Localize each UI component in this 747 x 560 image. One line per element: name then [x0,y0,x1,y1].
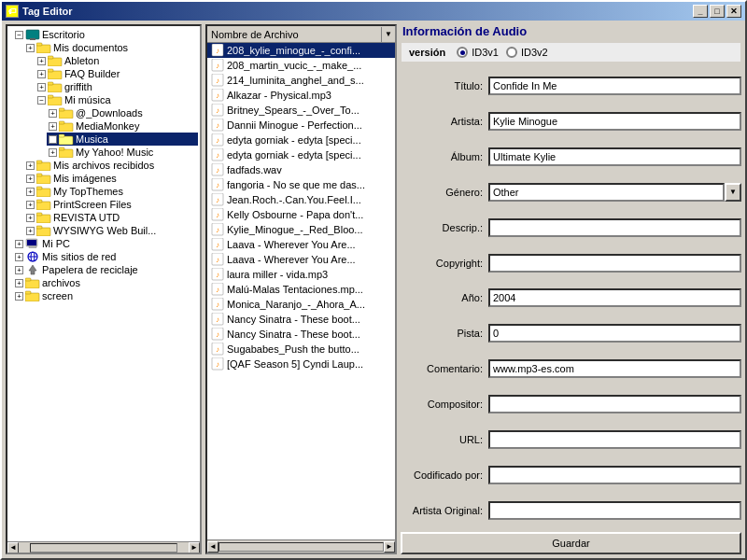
tree-item-escritorio[interactable]: − Escritorio [13,28,198,41]
file-item[interactable]: ♪ fadfads.wav [207,162,395,177]
tree-item-revista-utd[interactable]: + REVISTA UTD [24,211,198,224]
file-item[interactable]: ♪ Laava - Wherever You Are... [207,252,395,267]
id3v1-radio[interactable] [457,47,468,58]
file-item[interactable]: ♪ Jean.Roch.-.Can.You.Feel.I... [207,192,395,207]
tree-content[interactable]: − Escritorio+ Mis documentos+ Ableton+ F… [7,26,200,541]
tree-expander-mis-sitios[interactable]: + [15,253,23,261]
tree-item-mi-pc[interactable]: + Mi PC [13,237,198,250]
codificado-input[interactable] [488,466,741,484]
tree-expander-archivos[interactable]: + [15,279,23,287]
folder-icon-faq-builder [48,68,63,79]
tree-item-my-top-themes[interactable]: + My TopThemes [24,185,198,198]
tree-expander-musica[interactable]: + [49,135,57,144]
tree-expander-mis-documentos[interactable]: + [26,44,35,52]
tree-expander-revista-utd[interactable]: + [26,214,35,222]
file-item[interactable]: ♪ Monica_Naranjo_-_Ahora_A... [207,297,395,312]
svg-rect-24 [36,189,50,197]
tree-expander-ableton[interactable]: + [37,57,46,65]
tree-item-mediamonkey[interactable]: + MediaMonkey [47,119,198,133]
file-item[interactable]: ♪ laura miller - vida.mp3 [207,267,395,282]
tree-expander-printscreen[interactable]: + [26,201,35,209]
file-item[interactable]: ♪ Laava - Wherever You Are... [207,237,395,252]
tree-item-mis-imagenes[interactable]: + Mis imágenes [24,172,198,185]
copyright-input[interactable] [488,254,741,273]
tree-item-wysiwyg[interactable]: + WYSIWYG Web Buil... [24,224,198,237]
tree-item-mi-musica[interactable]: − Mi música [35,93,198,106]
tree-expander-my-top-themes[interactable]: + [26,188,35,196]
tree-expander-papelera[interactable]: + [15,266,23,274]
tree-item-mis-sitios[interactable]: + Mis sitios de red [13,250,198,263]
tree-expander-mis-archivos[interactable]: + [26,161,35,170]
tree-item-screen[interactable]: + screen [13,289,198,302]
save-button[interactable]: Guardar [401,532,741,554]
tree-expander-mi-pc[interactable]: + [15,240,23,248]
file-item[interactable]: ♪ [QAF Season 5] Cyndi Laup... [207,357,395,371]
tree-item-musica[interactable]: + Musica [47,133,198,146]
tree-expander-faq-builder[interactable]: + [37,70,46,78]
file-sort-icon[interactable]: ▼ [382,30,395,38]
album-input[interactable] [488,147,741,166]
file-item[interactable]: ♪ Malú-Malas Tentaciones.mp... [207,282,395,297]
tree-item-faq-builder[interactable]: + FAQ Builder [35,67,198,80]
tree-expander-mediamonkey[interactable]: + [49,122,57,131]
url-input[interactable] [488,430,741,449]
tree-item-papelera[interactable]: + Papelera de reciclaje [13,263,198,276]
tree-item-mis-documentos[interactable]: + Mis documentos [24,41,198,54]
tree-expander-griffith[interactable]: + [37,83,46,91]
scroll-left-button[interactable]: ◄ [7,542,19,553]
artista-input[interactable] [488,112,741,131]
file-item[interactable]: ♪ Dannii Minogue - Perfection... [207,118,395,133]
artista-orig-input[interactable] [488,501,741,520]
file-scroll-right-button[interactable]: ► [384,541,395,553]
file-name: Britney_Spears_-_Over_To... [227,105,359,116]
file-item[interactable]: ♪ 214_luminita_anghel_and_s... [207,73,395,88]
tree-item-ableton[interactable]: + Ableton [35,54,198,67]
maximize-button[interactable]: □ [710,5,725,18]
genre-input[interactable] [488,183,725,202]
file-item[interactable]: ♪ Kelly Osbourne - Papa don't... [207,207,395,222]
minimize-button[interactable]: _ [693,5,708,18]
descrip-input[interactable] [488,218,741,237]
titulo-input[interactable] [488,77,741,95]
close-button[interactable]: ✕ [726,5,741,18]
tree-item-downloads[interactable]: + @_Downloads [47,106,198,119]
file-list[interactable]: ♪ 208_kylie_minogue_-_confi... ♪ 208_mar… [207,43,395,539]
desktop-icon [25,29,40,40]
pista-input[interactable] [488,324,741,343]
tree-item-printscreen[interactable]: + PrintScreen Files [24,198,198,211]
genre-dropdown-button[interactable]: ▼ [725,183,741,202]
id3v2-radio[interactable] [506,47,517,58]
tree-expander-mi-musica[interactable]: − [37,96,46,105]
comentario-input[interactable] [488,359,741,378]
tree-expander-escritorio[interactable]: − [15,31,23,39]
file-item[interactable]: ♪ fangoria - No se que me das... [207,177,395,192]
id3v2-option[interactable]: ID3v2 [506,47,548,58]
tree-expander-mis-imagenes[interactable]: + [26,175,35,183]
file-scroll-left-button[interactable]: ◄ [207,541,218,553]
compositor-input[interactable] [488,395,741,413]
file-item[interactable]: ♪ Kylie_Minogue_-_Red_Bloo... [207,222,395,237]
file-item[interactable]: ♪ Sugababes_Push the butto... [207,342,395,357]
tree-item-mis-archivos[interactable]: + Mis archivos recibidos [24,159,198,172]
file-item[interactable]: ♪ 208_kylie_minogue_-_confi... [207,43,395,58]
file-item[interactable]: ♪ edyta gorniak - edyta [speci... [207,147,395,162]
scroll-track-h[interactable] [30,543,177,553]
tree-expander-my-yahoo-music[interactable]: + [49,148,57,157]
tree-expander-downloads[interactable]: + [49,109,57,118]
file-item[interactable]: ♪ Nancy Sinatra - These boot... [207,312,395,327]
file-item[interactable]: ♪ 208_martin_vucic_-_make_... [207,58,395,73]
file-item[interactable]: ♪ Alkazar - Physical.mp3 [207,88,395,103]
file-scroll-track-h[interactable] [218,542,384,552]
tree-item-archivos[interactable]: + archivos [13,276,198,289]
scroll-right-button[interactable]: ► [189,542,200,553]
id3v1-option[interactable]: ID3v1 [457,47,499,58]
file-item[interactable]: ♪ Nancy Sinatra - These boot... [207,327,395,342]
genre-container: ▼ [488,183,741,202]
tree-expander-screen[interactable]: + [15,292,23,301]
tree-item-griffith[interactable]: + griffith [35,80,198,93]
tree-expander-wysiwyg[interactable]: + [26,227,35,235]
ano-input[interactable] [488,288,741,307]
file-item[interactable]: ♪ edyta gorniak - edyta [speci... [207,133,395,147]
tree-item-my-yahoo-music[interactable]: + My Yahoo! Music [47,146,198,159]
file-item[interactable]: ♪ Britney_Spears_-_Over_To... [207,103,395,118]
